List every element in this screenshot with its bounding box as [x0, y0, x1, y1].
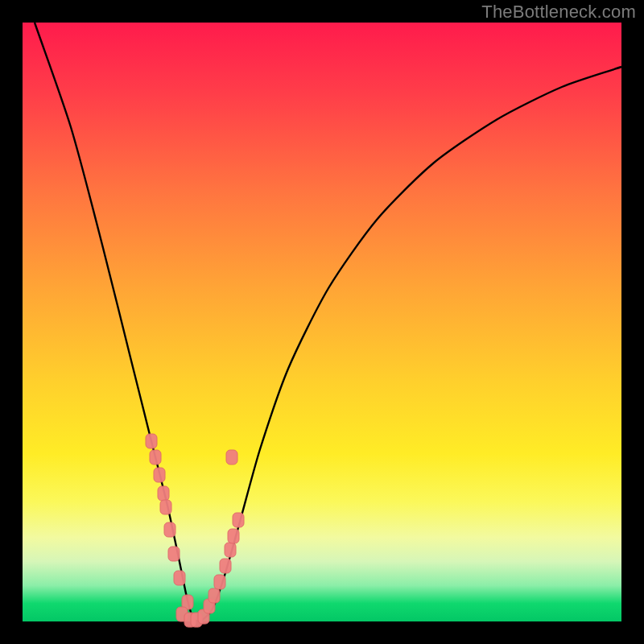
marker — [150, 450, 161, 464]
marker — [146, 434, 157, 448]
marker — [226, 450, 237, 464]
curve-path — [35, 23, 621, 621]
marker — [220, 559, 231, 573]
marker — [154, 468, 165, 482]
marker — [225, 543, 236, 557]
marker — [208, 588, 220, 603]
marker — [233, 513, 244, 527]
marker — [228, 529, 239, 543]
watermark-text: TheBottleneck.com — [481, 2, 636, 23]
marker — [160, 500, 171, 514]
bottleneck-curve — [23, 23, 621, 621]
marker — [174, 571, 185, 585]
marker — [168, 547, 180, 561]
marker — [164, 522, 175, 537]
plot-area — [23, 23, 621, 621]
marker — [158, 486, 169, 501]
marker — [214, 575, 225, 589]
chart-frame: TheBottleneck.com — [0, 0, 644, 644]
curve-markers — [146, 434, 244, 627]
